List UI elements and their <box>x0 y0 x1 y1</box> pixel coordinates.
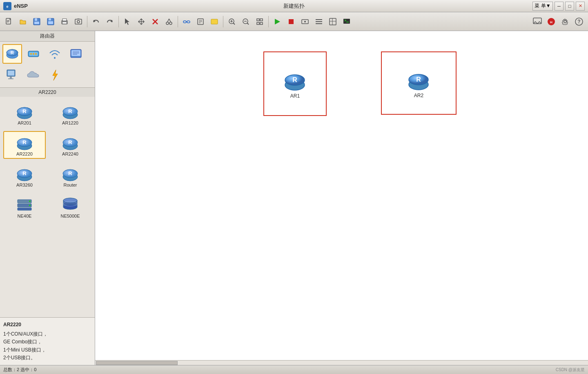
capture-button[interactable] <box>298 15 312 28</box>
svg-rect-28 <box>187 21 190 23</box>
sidebar: 路由器 R <box>0 31 95 365</box>
canvas-scrollbar-thumb[interactable] <box>96 361 178 365</box>
svg-rect-11 <box>48 21 53 24</box>
svg-marker-83 <box>53 70 58 80</box>
zoom-in-button[interactable] <box>225 15 238 28</box>
svg-text:R: R <box>416 76 421 83</box>
cut-button[interactable] <box>163 15 176 28</box>
device-item-NE5000E[interactable]: NE5000E <box>49 193 91 221</box>
svg-point-111 <box>63 198 77 203</box>
screenshot-button[interactable] <box>72 15 85 28</box>
huawei-button[interactable]: H <box>545 15 558 28</box>
svg-text:R: R <box>292 76 297 83</box>
maximize-button[interactable]: □ <box>565 2 574 11</box>
app-name: eNSP <box>14 3 28 9</box>
fit-button[interactable] <box>253 15 266 28</box>
ne5000e-icon <box>60 196 80 213</box>
category-switch[interactable] <box>24 44 43 64</box>
cloud-category-icon <box>26 67 41 83</box>
pan-button[interactable] <box>135 15 148 28</box>
svg-line-41 <box>247 23 249 24</box>
add-link-button[interactable] <box>180 15 193 28</box>
svg-point-49 <box>304 21 306 22</box>
device-label-AR2220: AR2220 <box>16 151 33 156</box>
svg-line-38 <box>233 23 235 24</box>
svg-rect-105 <box>18 208 31 210</box>
topology-settings-button[interactable] <box>312 15 325 28</box>
save-button[interactable] <box>44 15 57 28</box>
device-grid: R AR201 R AR1220 <box>0 97 95 224</box>
svg-rect-8 <box>34 22 39 24</box>
device-item-AR2240[interactable]: R AR2240 <box>49 131 91 159</box>
category-cloud[interactable] <box>24 65 43 85</box>
stop-button[interactable] <box>285 15 298 28</box>
svg-rect-17 <box>77 18 80 20</box>
toolbar-sep-2 <box>118 16 119 27</box>
svg-rect-50 <box>316 19 322 20</box>
svg-point-110 <box>63 205 77 209</box>
add-note-button[interactable] <box>194 15 207 28</box>
device-item-Router[interactable]: R Router <box>49 162 91 190</box>
print-button[interactable] <box>58 15 71 28</box>
help-button[interactable]: ? <box>572 15 586 28</box>
menu-button[interactable]: 菜 单▼ <box>532 2 553 11</box>
save-as-button[interactable] <box>30 15 43 28</box>
svg-rect-80 <box>8 71 14 76</box>
canvas-node-AR2[interactable]: R AR2 <box>381 51 457 115</box>
new-button[interactable] <box>2 15 16 28</box>
close-button[interactable]: ✕ <box>576 2 585 11</box>
device-label-AR3260: AR3260 <box>16 183 33 187</box>
category-wireless[interactable] <box>45 44 65 64</box>
chat-button[interactable] <box>531 15 544 28</box>
console-button[interactable] <box>340 15 353 28</box>
wireless-category-icon <box>47 46 62 62</box>
play-button[interactable] <box>271 15 284 28</box>
svg-rect-51 <box>316 21 322 22</box>
status-bar: 总数：2 选中：0 CSDN @派友星 <box>0 365 588 374</box>
device-item-AR2220[interactable]: R AR2220 <box>3 131 46 159</box>
device-label-NE5000E: NE5000E <box>60 214 80 218</box>
device-item-AR201[interactable]: R AR201 <box>3 100 46 128</box>
select-button[interactable] <box>121 15 134 28</box>
svg-point-71 <box>33 53 34 55</box>
category-router[interactable]: R <box>2 44 22 64</box>
delete-button[interactable] <box>149 15 162 28</box>
svg-point-70 <box>30 53 32 55</box>
device-list: R AR201 R AR1220 <box>0 97 95 317</box>
canvas-area[interactable]: R AR1 R AR2 <box>95 31 588 365</box>
zoom-out-button[interactable] <box>239 15 252 28</box>
device-item-NE40E[interactable]: NE40E <box>3 193 46 221</box>
redo-button[interactable] <box>103 15 116 28</box>
grid-button[interactable] <box>326 15 339 28</box>
svg-rect-82 <box>8 78 13 79</box>
svg-point-61 <box>564 20 566 23</box>
power-category-icon <box>47 67 62 83</box>
svg-rect-53 <box>330 18 336 25</box>
canvas-scrollbar-horizontal[interactable] <box>95 360 588 365</box>
category-other[interactable] <box>66 44 86 64</box>
svg-text:R: R <box>22 170 27 176</box>
toolbar: H ? <box>0 12 588 31</box>
device-item-AR1220[interactable]: R AR1220 <box>49 100 91 128</box>
add-image-button[interactable] <box>208 15 221 28</box>
svg-point-24 <box>169 22 172 24</box>
canvas-node-AR1[interactable]: R AR1 <box>263 51 327 116</box>
settings-button[interactable] <box>559 15 572 28</box>
toolbar-sep-5 <box>268 16 269 27</box>
toolbar-sep-1 <box>87 16 87 27</box>
open-button[interactable] <box>16 15 29 28</box>
svg-point-73 <box>54 57 56 59</box>
device-item-AR3260[interactable]: R AR3260 <box>3 162 46 190</box>
svg-rect-52 <box>316 23 322 24</box>
svg-rect-44 <box>257 22 259 24</box>
category-power[interactable] <box>45 65 65 85</box>
minimize-button[interactable]: ─ <box>555 2 564 11</box>
ar201-icon: R <box>14 102 35 120</box>
svg-rect-7 <box>35 18 37 21</box>
undo-button[interactable] <box>89 15 102 28</box>
category-pc[interactable] <box>2 65 22 85</box>
description-title: AR2220 <box>3 321 91 329</box>
description-area: AR2220 1个CON/AUX接口， GE Combo接口， 1个Mini U… <box>0 317 95 365</box>
window-title: 新建拓扑 <box>283 2 305 10</box>
svg-point-107 <box>29 205 31 206</box>
